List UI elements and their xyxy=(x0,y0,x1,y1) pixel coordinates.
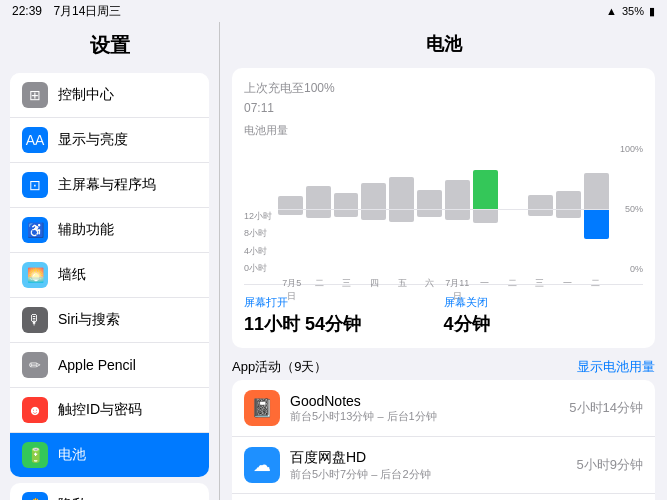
sidebar-item-display[interactable]: AA显示与亮度 xyxy=(10,118,209,163)
control-center-icon: ⊞ xyxy=(22,82,48,108)
sidebar-item-battery[interactable]: 🔋电池 xyxy=(10,433,209,477)
bar-bottom-10 xyxy=(556,210,581,218)
sidebar-item-apple-pencil[interactable]: ✏Apple Pencil xyxy=(10,343,209,388)
privacy-label: 隐私 xyxy=(58,496,86,500)
x-label-0: 7月5日 xyxy=(278,277,306,303)
control-center-label: 控制中心 xyxy=(58,86,114,104)
status-right: ▲ 35% ▮ xyxy=(606,5,655,18)
siri-label: Siri与搜索 xyxy=(58,311,120,329)
chart-top-bars xyxy=(278,144,609,209)
app-time-1: 5小时9分钟 xyxy=(577,456,643,474)
content-header: 电池 xyxy=(220,22,667,62)
chart-x-labels: 7月5日二三四五六7月11日一二三一二 xyxy=(278,277,609,303)
bar-bottom-3 xyxy=(361,210,386,220)
x-label-11: 二 xyxy=(581,277,609,303)
accessibility-label: 辅助功能 xyxy=(58,221,114,239)
bar-top-11 xyxy=(584,173,609,209)
wallpaper-label: 墙纸 xyxy=(58,266,86,284)
wifi-icon: ▲ xyxy=(606,5,617,17)
sidebar-item-accessibility[interactable]: ♿辅助功能 xyxy=(10,208,209,253)
display-icon: AA xyxy=(22,127,48,153)
touch-id-icon: ☻ xyxy=(22,397,48,423)
activity-header: App活动（9天） 显示电池用量 xyxy=(232,358,655,376)
sidebar-item-control-center[interactable]: ⊞控制中心 xyxy=(10,73,209,118)
app-name-0: GoodNotes xyxy=(290,393,569,409)
app-name-1: 百度网盘HD xyxy=(290,449,577,467)
screen-off-value: 4分钟 xyxy=(444,312,644,336)
chart-bottom-area: 12小时 8小时 4小时 0小时 xyxy=(278,210,609,275)
bar-top-7 xyxy=(473,170,498,209)
x-label-9: 三 xyxy=(526,277,554,303)
chart-y-labels-right: 100% 50% 0% xyxy=(613,144,643,274)
bar-bottom-6 xyxy=(445,210,470,220)
bar-bottom-0 xyxy=(278,210,303,215)
bar-bottom-11 xyxy=(584,210,609,239)
apple-pencil-label: Apple Pencil xyxy=(58,357,136,373)
bar-top-5 xyxy=(417,190,442,210)
battery-icon: 🔋 xyxy=(22,442,48,468)
bar-bottom-5 xyxy=(417,210,442,217)
accessibility-icon: ♿ xyxy=(22,217,48,243)
battery-percentage: 35% xyxy=(622,5,644,17)
bar-bottom-2 xyxy=(334,210,359,217)
app-sub-0: 前台5小时13分钟 – 后台1分钟 xyxy=(290,409,569,424)
page-title: 电池 xyxy=(426,32,462,56)
sidebar-item-wallpaper[interactable]: 🌅墙纸 xyxy=(10,253,209,298)
battery-icon: ▮ xyxy=(649,5,655,18)
sidebar-item-home-screen[interactable]: ⊡主屏幕与程序坞 xyxy=(10,163,209,208)
app-item-2[interactable]: 📖MarginNote 3前台31分钟31分钟 xyxy=(232,494,655,500)
x-label-3: 四 xyxy=(361,277,389,303)
x-label-10: 一 xyxy=(554,277,582,303)
app-item-0[interactable]: 📓GoodNotes前台5小时13分钟 – 后台1分钟5小时14分钟 xyxy=(232,380,655,437)
bar-bottom-9 xyxy=(528,210,553,216)
bar-top-1 xyxy=(306,186,331,209)
apple-pencil-icon: ✏ xyxy=(22,352,48,378)
app-sub-1: 前台5小时7分钟 – 后台2分钟 xyxy=(290,467,577,482)
display-label: 显示与亮度 xyxy=(58,131,128,149)
chart-y-labels-left: 12小时 8小时 4小时 0小时 xyxy=(244,210,274,275)
content-area: 电池 上次充电至100% 07:11 电池用量 100% 50% 0% 12小时 xyxy=(220,22,667,500)
battery-usage-label: 电池用量 xyxy=(244,123,643,138)
battery-chart-section: 上次充电至100% 07:11 电池用量 100% 50% 0% 12小时 8小… xyxy=(232,68,655,348)
sidebar-item-siri[interactable]: 🎙Siri与搜索 xyxy=(10,298,209,343)
x-label-8: 二 xyxy=(499,277,527,303)
x-label-4: 五 xyxy=(388,277,416,303)
touch-id-label: 触控ID与密码 xyxy=(58,401,142,419)
sidebar-item-touch-id[interactable]: ☻触控ID与密码 xyxy=(10,388,209,433)
bar-top-9 xyxy=(528,195,553,209)
app-list: 📓GoodNotes前台5小时13分钟 – 后台1分钟5小时14分钟☁百度网盘H… xyxy=(232,380,655,500)
sidebar: 设置 ⊞控制中心AA显示与亮度⊡主屏幕与程序坞♿辅助功能🌅墙纸🎙Siri与搜索✏… xyxy=(0,22,220,500)
x-label-6: 7月11日 xyxy=(443,277,471,303)
sidebar-title: 设置 xyxy=(0,22,219,67)
home-screen-label: 主屏幕与程序坞 xyxy=(58,176,156,194)
bar-top-0 xyxy=(278,196,303,209)
last-charge-label: 上次充电至100% xyxy=(244,80,643,97)
screen-on-value: 11小时 54分钟 xyxy=(244,312,444,336)
wallpaper-icon: 🌅 xyxy=(22,262,48,288)
last-charge-time: 07:11 xyxy=(244,101,643,115)
bar-bottom-1 xyxy=(306,210,331,218)
x-label-7: 一 xyxy=(471,277,499,303)
x-label-1: 二 xyxy=(306,277,334,303)
show-battery-link[interactable]: 显示电池用量 xyxy=(577,358,655,376)
app-icon-0: 📓 xyxy=(244,390,280,426)
home-screen-icon: ⊡ xyxy=(22,172,48,198)
battery-chart: 100% 50% 0% 12小时 8小时 4小时 0小时 7月5日二三四五六7月… xyxy=(244,144,643,274)
battery-label: 电池 xyxy=(58,446,86,464)
bar-top-4 xyxy=(389,177,414,210)
app-icon-1: ☁ xyxy=(244,447,280,483)
app-item-1[interactable]: ☁百度网盘HD前台5小时7分钟 – 后台2分钟5小时9分钟 xyxy=(232,437,655,494)
bar-top-10 xyxy=(556,191,581,209)
bar-top-2 xyxy=(334,193,359,209)
sidebar-item-privacy[interactable]: 🤚隐私 xyxy=(10,483,209,500)
x-label-5: 六 xyxy=(416,277,444,303)
status-time: 22:39 7月14日周三 xyxy=(12,3,121,20)
bar-bottom-7 xyxy=(473,210,498,223)
status-bar: 22:39 7月14日周三 ▲ 35% ▮ xyxy=(0,0,667,22)
activity-title: App活动（9天） xyxy=(232,358,327,376)
privacy-icon: 🤚 xyxy=(22,492,48,500)
bar-bottom-4 xyxy=(389,210,414,222)
bar-top-3 xyxy=(361,183,386,209)
app-time-0: 5小时14分钟 xyxy=(569,399,643,417)
siri-icon: 🎙 xyxy=(22,307,48,333)
